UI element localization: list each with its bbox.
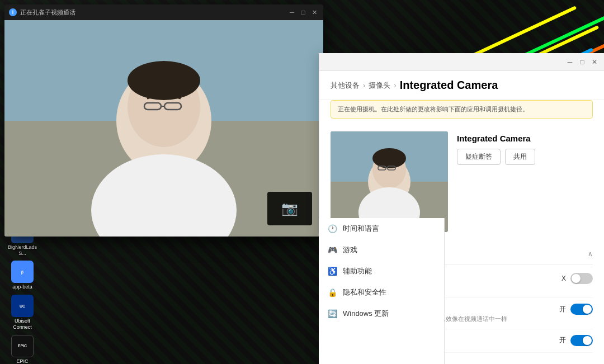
auto-framing-value: X (561, 275, 566, 282)
breadcrumb: 其他设备 › 摄像头 › Integrated Camera (319, 71, 604, 100)
background-effect-value: 开 (559, 335, 566, 345)
appbeta-label: app-beta (12, 284, 32, 290)
info-icon: i (9, 8, 17, 16)
settings-maximize-button[interactable]: □ (577, 57, 587, 67)
breadcrumb-sep2: › (394, 81, 396, 89)
camera-info-panel: Integrated Camera 疑症断答 共用 (457, 131, 593, 165)
time-language-icon: 🕐 (328, 224, 337, 233)
video-call-title: 正在孔雀子视频通话 (20, 8, 76, 17)
privacy-icon: 🔒 (328, 288, 337, 297)
eye-contact-toggle[interactable] (570, 304, 593, 315)
video-main-area: 📷 (4, 20, 323, 237)
video-call-window: i 正在孔雀子视频通话 ─ □ ✕ ℹ 对方关闭了摄像头。 (4, 4, 323, 237)
camera-action-buttons: 疑症断答 共用 (457, 149, 593, 165)
share-button[interactable]: 共用 (505, 149, 535, 165)
camera-preview-section: Integrated Camera 疑症断答 共用 (331, 131, 593, 232)
windows-update-icon: 🔄 (328, 309, 337, 318)
sidebar-item-accessibility[interactable]: ♿ 辅助功能 (319, 261, 444, 282)
camera-off-icon: 📷 (281, 201, 298, 216)
titlebar-left: i 正在孔雀子视频通话 (9, 8, 76, 17)
appbeta-icon: β (11, 261, 34, 283)
breadcrumb-sep1: › (363, 81, 365, 89)
background-effect-toggle-knob (583, 336, 592, 345)
video-call-titlebar: i 正在孔雀子视频通话 ─ □ ✕ (4, 4, 323, 20)
settings-warning-banner: 正在使用摄机。在此处所做的更改将影响下面的应用和调用摄机捷径。 (331, 100, 593, 119)
video-minimize-button[interactable]: ─ (287, 8, 296, 17)
sidebar-accessibility-label: 辅助功能 (343, 266, 372, 276)
auto-framing-toggle-knob (572, 274, 581, 283)
settings-titlebar: ─ □ ✕ (319, 53, 604, 71)
camera-preview-svg (331, 131, 448, 232)
video-close-button[interactable]: ✕ (310, 8, 319, 17)
video-person-display: 📷 (4, 20, 323, 237)
settings-nav-sidebar: 🕐 时间和语言 🎮 游戏 ♿ 辅助功能 🔒 隐私和安全性 🔄 Windows 更… (319, 218, 445, 364)
sidebar-games-label: 游戏 (343, 245, 357, 255)
sidebar-item-windows-update[interactable]: 🔄 Windows 更新 (319, 303, 444, 324)
desktop-icon-ubisoft[interactable]: UC UbisoftConnect (3, 295, 42, 330)
auto-framing-right: X (561, 273, 593, 284)
auto-framing-toggle[interactable] (570, 273, 593, 284)
svg-point-9 (128, 61, 200, 100)
sidebar-item-time-language[interactable]: 🕐 时间和语言 (319, 218, 444, 239)
breadcrumb-other-devices[interactable]: 其他设备 (331, 81, 360, 91)
diagnose-button[interactable]: 疑症断答 (457, 149, 501, 165)
camera-off-overlay: 📷 (267, 192, 312, 225)
epic-icon: EPIC (11, 335, 34, 357)
ubisoft-label: UbisoftConnect (13, 318, 32, 330)
settings-close-button[interactable]: ✕ (589, 57, 600, 67)
sidebar-windows-update-label: Windows 更新 (343, 309, 389, 319)
sidebar-item-games[interactable]: 🎮 游戏 (319, 239, 444, 261)
streak-7 (464, 6, 577, 60)
games-icon: 🎮 (328, 245, 337, 254)
background-effect-right: 开 (559, 335, 593, 346)
epic-label: EPICGAMES (13, 358, 32, 364)
desktop-icon-epic[interactable]: EPIC EPICGAMES (3, 335, 42, 364)
camera-effects-chevron: ∧ (588, 250, 593, 258)
accessibility-icon: ♿ (328, 267, 337, 276)
camera-device-name: Integrated Camera (457, 134, 593, 143)
settings-minimize-button[interactable]: ─ (565, 57, 575, 67)
desktop-icon-appbeta[interactable]: β app-beta (3, 261, 42, 290)
breadcrumb-current: Integrated Camera (400, 79, 498, 92)
bignerd-label: BigNerdLadsS... (8, 244, 37, 257)
video-maximize-button[interactable]: □ (299, 8, 308, 17)
sidebar-item-privacy[interactable]: 🔒 隐私和安全性 (319, 282, 444, 303)
eye-contact-toggle-knob (583, 305, 592, 314)
warning-text: 正在使用摄机。在此处所做的更改将影响下面的应用和调用摄机捷径。 (338, 106, 528, 112)
camera-preview-image (331, 131, 448, 232)
eye-contact-value: 开 (559, 305, 566, 314)
ubisoft-icon: UC (11, 295, 34, 317)
svg-point-15 (372, 148, 406, 168)
video-titlebar-controls: ─ □ ✕ (287, 8, 319, 17)
sidebar-privacy-label: 隐私和安全性 (343, 287, 386, 297)
breadcrumb-camera[interactable]: 摄像头 (369, 81, 390, 91)
sidebar-time-language-label: 时间和语言 (343, 224, 379, 234)
eye-contact-right: 开 (559, 304, 593, 315)
background-effect-toggle[interactable] (570, 335, 593, 346)
